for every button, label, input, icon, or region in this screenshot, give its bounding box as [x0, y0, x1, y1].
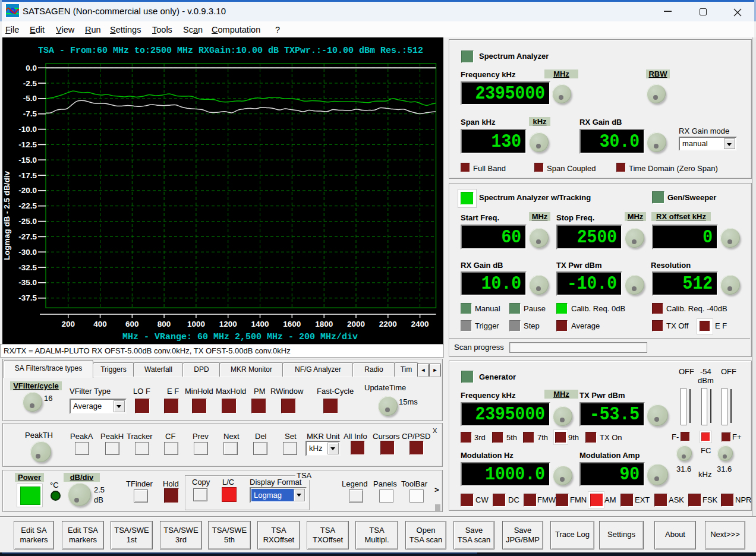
svg-text:Logmag dB - 2.5 dB/div: Logmag dB - 2.5 dB/div [2, 171, 11, 261]
svg-text:2000: 2000 [347, 320, 365, 328]
svg-text:1400: 1400 [251, 320, 269, 328]
svg-text:600: 600 [125, 320, 139, 328]
svg-text:-5.0: -5.0 [23, 94, 37, 103]
svg-text:0.0: 0.0 [26, 64, 37, 72]
svg-text:-22.5: -22.5 [18, 201, 37, 210]
svg-text:-25.0: -25.0 [18, 217, 37, 226]
svg-text:1600: 1600 [283, 320, 301, 328]
svg-text:1000: 1000 [187, 320, 205, 328]
svg-text:-32.5: -32.5 [18, 263, 37, 272]
svg-text:1200: 1200 [219, 320, 237, 328]
svg-text:-12.5: -12.5 [18, 140, 37, 149]
svg-text:-37.5: -37.5 [18, 293, 37, 302]
svg-text:-35.0: -35.0 [18, 278, 37, 287]
svg-text:-30.0: -30.0 [18, 248, 37, 257]
svg-text:-17.5: -17.5 [18, 171, 37, 180]
svg-text:TSA - From:60 MHz to:2500 MHz: TSA - From:60 MHz to:2500 MHz RXGain:10.… [38, 46, 423, 56]
svg-text:1800: 1800 [315, 320, 333, 328]
svg-text:MHz - VRange: 60 MHz 2,500 MHz: MHz - VRange: 60 MHz 2,500 MHz - 200 MHz… [122, 332, 358, 342]
svg-text:-15.0: -15.0 [18, 156, 37, 165]
svg-text:-10.0: -10.0 [18, 125, 37, 134]
svg-text:-2.5: -2.5 [23, 79, 37, 88]
svg-text:2200: 2200 [379, 320, 397, 328]
svg-text:-27.5: -27.5 [18, 232, 37, 241]
svg-text:200: 200 [61, 320, 75, 328]
svg-text:2400: 2400 [411, 320, 429, 328]
svg-text:-7.5: -7.5 [23, 109, 37, 118]
svg-text:400: 400 [93, 320, 107, 328]
svg-text:-20.0: -20.0 [18, 186, 37, 195]
svg-text:800: 800 [158, 320, 171, 328]
